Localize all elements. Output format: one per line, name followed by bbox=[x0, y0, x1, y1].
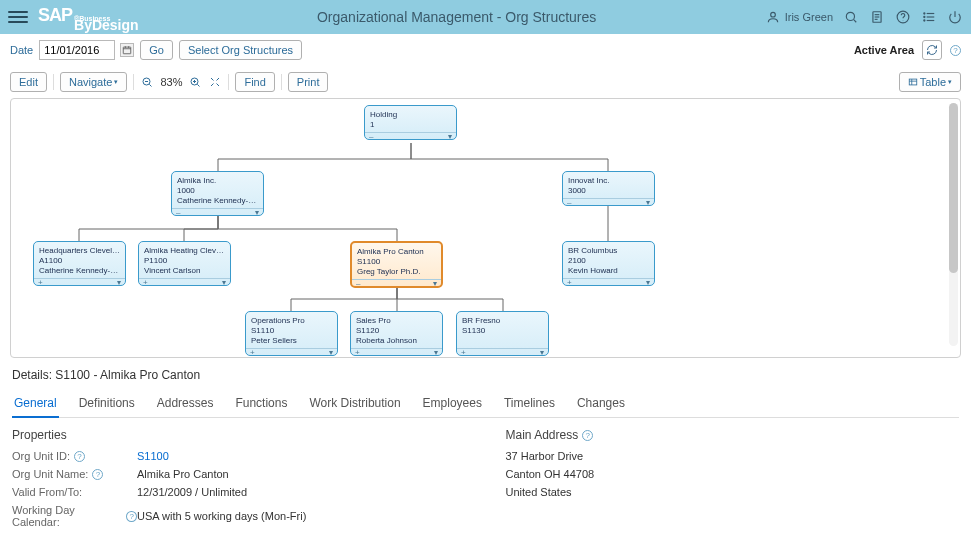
find-button[interactable]: Find bbox=[235, 72, 274, 92]
tab-timelines[interactable]: Timelines bbox=[502, 392, 557, 417]
chevron-down-icon[interactable]: ▾ bbox=[448, 133, 452, 139]
collapse-icon[interactable]: – bbox=[369, 133, 373, 139]
address-line-1: 37 Harbor Drive bbox=[506, 450, 584, 462]
details-tabs: General Definitions Addresses Functions … bbox=[12, 392, 959, 418]
search-icon[interactable] bbox=[843, 9, 859, 25]
node-person: Peter Sellers bbox=[251, 336, 332, 346]
separator bbox=[281, 74, 282, 90]
expand-icon[interactable]: + bbox=[355, 349, 360, 355]
chevron-down-icon[interactable]: ▾ bbox=[646, 199, 650, 205]
expand-icon[interactable]: + bbox=[461, 349, 466, 355]
node-id: S1130 bbox=[462, 326, 543, 336]
org-unit-name-value: Almika Pro Canton bbox=[137, 468, 229, 480]
node-holding[interactable]: Holding 1 –▾ bbox=[364, 105, 457, 140]
go-button[interactable]: Go bbox=[140, 40, 173, 60]
svg-line-26 bbox=[198, 84, 200, 86]
refresh-icon[interactable] bbox=[922, 40, 942, 60]
expand-icon[interactable]: + bbox=[143, 279, 148, 285]
org-chart-canvas[interactable]: Holding 1 –▾ Almika Inc. 1000 Catherine … bbox=[10, 98, 961, 358]
collapse-icon[interactable]: – bbox=[567, 199, 571, 205]
node-innovat-inc[interactable]: Innovat Inc. 3000 –▾ bbox=[562, 171, 655, 206]
tab-addresses[interactable]: Addresses bbox=[155, 392, 216, 417]
diagram-toolbar: Edit Navigate▾ 83% Find Print Table▾ bbox=[0, 66, 971, 98]
tab-definitions[interactable]: Definitions bbox=[77, 392, 137, 417]
calendar-value: USA with 5 working days (Mon-Fri) bbox=[137, 510, 306, 522]
tab-general[interactable]: General bbox=[12, 392, 59, 418]
zoom-level: 83% bbox=[160, 76, 182, 88]
power-icon[interactable] bbox=[947, 9, 963, 25]
org-unit-name-label: Org Unit Name: bbox=[12, 468, 88, 480]
node-sales-pro[interactable]: Sales Pro S1120 Roberta Johnson +▾ bbox=[350, 311, 443, 356]
chevron-down-icon[interactable]: ▾ bbox=[329, 349, 333, 355]
node-almika-pro-canton[interactable]: Almika Pro Canton S1100 Greg Taylor Ph.D… bbox=[350, 241, 443, 288]
tab-work-distribution[interactable]: Work Distribution bbox=[307, 392, 402, 417]
node-name: Almika Pro Canton bbox=[357, 247, 436, 257]
help-icon[interactable] bbox=[895, 9, 911, 25]
node-operations-pro[interactable]: Operations Pro S1110 Peter Sellers +▾ bbox=[245, 311, 338, 356]
clipboard-icon[interactable] bbox=[869, 9, 885, 25]
zoom-out-icon[interactable] bbox=[140, 75, 154, 89]
node-person bbox=[462, 336, 543, 346]
select-org-structures-button[interactable]: Select Org Structures bbox=[179, 40, 302, 60]
node-br-fresno[interactable]: BR Fresno S1130 +▾ bbox=[456, 311, 549, 356]
help-icon-small[interactable]: ? bbox=[950, 45, 961, 56]
help-icon[interactable]: ? bbox=[92, 469, 103, 480]
expand-icon[interactable]: + bbox=[250, 349, 255, 355]
svg-line-2 bbox=[854, 20, 857, 23]
node-almika-inc[interactable]: Almika Inc. 1000 Catherine Kennedy-Woods… bbox=[171, 171, 264, 216]
expand-icon[interactable]: + bbox=[38, 279, 43, 285]
edit-button[interactable]: Edit bbox=[10, 72, 47, 92]
node-person: Kevin Howard bbox=[568, 266, 649, 276]
calendar-label: Working Day Calendar: bbox=[12, 504, 122, 528]
calendar-icon[interactable] bbox=[120, 43, 134, 57]
list-icon[interactable] bbox=[921, 9, 937, 25]
svg-point-0 bbox=[770, 12, 775, 17]
svg-line-22 bbox=[150, 84, 152, 86]
svg-line-28 bbox=[217, 78, 220, 81]
user-profile[interactable]: Iris Green bbox=[765, 9, 833, 25]
node-id: S1120 bbox=[356, 326, 437, 336]
node-hq-cleveland[interactable]: Headquarters Cleveland A1100 Catherine K… bbox=[33, 241, 126, 286]
node-id: S1100 bbox=[357, 257, 436, 267]
help-icon[interactable]: ? bbox=[126, 511, 137, 522]
separator bbox=[228, 74, 229, 90]
help-icon[interactable]: ? bbox=[582, 430, 593, 441]
sap-logo: SAP ®Business ByDesign bbox=[38, 5, 139, 29]
fit-icon[interactable] bbox=[208, 75, 222, 89]
org-unit-id-label: Org Unit ID: bbox=[12, 450, 70, 462]
date-input[interactable] bbox=[39, 40, 115, 60]
table-view-button[interactable]: Table▾ bbox=[899, 72, 961, 92]
node-almika-heating[interactable]: Almika Heating Cleveland P1100 Vincent C… bbox=[138, 241, 231, 286]
tab-employees[interactable]: Employees bbox=[421, 392, 484, 417]
collapse-icon[interactable]: – bbox=[356, 280, 360, 286]
tab-functions[interactable]: Functions bbox=[233, 392, 289, 417]
node-br-columbus[interactable]: BR Columbus 2100 Kevin Howard +▾ bbox=[562, 241, 655, 286]
zoom-in-icon[interactable] bbox=[188, 75, 202, 89]
chevron-down-icon[interactable]: ▾ bbox=[222, 279, 226, 285]
node-id: 1000 bbox=[177, 186, 258, 196]
node-name: BR Columbus bbox=[568, 246, 649, 256]
node-name: Innovat Inc. bbox=[568, 176, 649, 186]
tab-changes[interactable]: Changes bbox=[575, 392, 627, 417]
help-icon[interactable]: ? bbox=[74, 451, 85, 462]
node-id: A1100 bbox=[39, 256, 120, 266]
svg-rect-16 bbox=[124, 47, 132, 54]
node-id: 3000 bbox=[568, 186, 649, 196]
org-unit-id-value[interactable]: S1100 bbox=[137, 450, 169, 462]
chevron-down-icon[interactable]: ▾ bbox=[434, 349, 438, 355]
valid-from-to-label: Valid From/To: bbox=[12, 486, 82, 498]
svg-line-27 bbox=[211, 78, 214, 81]
chevron-down-icon[interactable]: ▾ bbox=[433, 280, 437, 286]
separator bbox=[53, 74, 54, 90]
scrollbar-thumb[interactable] bbox=[949, 103, 958, 273]
chevron-down-icon[interactable]: ▾ bbox=[255, 209, 259, 215]
chevron-down-icon[interactable]: ▾ bbox=[646, 279, 650, 285]
expand-icon[interactable]: + bbox=[567, 279, 572, 285]
node-person: Vincent Carlson bbox=[144, 266, 225, 276]
chevron-down-icon[interactable]: ▾ bbox=[117, 279, 121, 285]
chevron-down-icon[interactable]: ▾ bbox=[540, 349, 544, 355]
collapse-icon[interactable]: – bbox=[176, 209, 180, 215]
navigate-button[interactable]: Navigate▾ bbox=[60, 72, 127, 92]
print-button[interactable]: Print bbox=[288, 72, 329, 92]
main-menu-icon[interactable] bbox=[8, 7, 28, 27]
